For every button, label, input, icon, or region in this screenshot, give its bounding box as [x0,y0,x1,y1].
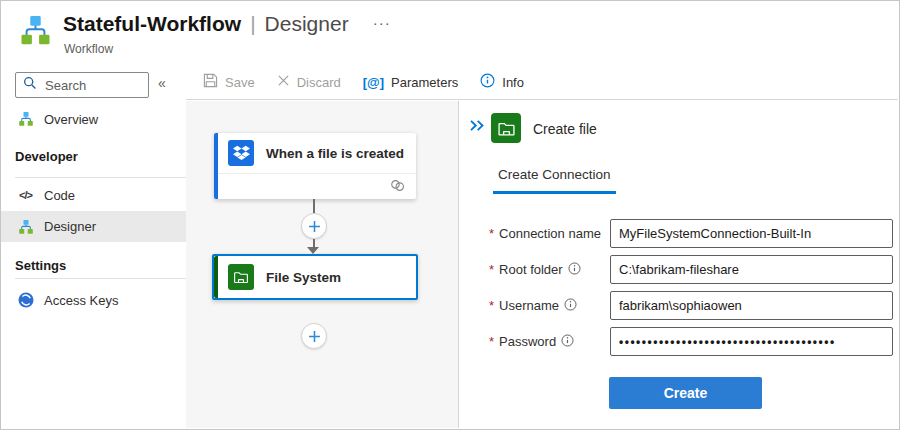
file-system-icon [228,264,254,290]
sidebar-section-developer: Developer [15,149,78,164]
info-label: Info [502,75,524,90]
action-card[interactable]: File System [212,254,418,300]
dropbox-icon [228,140,254,166]
page-title: Stateful-Workflow [63,12,241,35]
title-separator: | [250,12,255,35]
action-accent-bar [214,256,218,298]
save-button[interactable]: Save [192,65,266,99]
sidebar-item-label: Code [44,188,75,203]
command-bar: Save Discard [@] Parameters Info [186,65,898,100]
field-label: Password [499,334,556,349]
discard-label: Discard [297,75,341,90]
resource-type-label: Workflow [64,42,113,56]
sidebar-item-access-keys[interactable]: Access Keys [1,285,186,315]
info-button[interactable]: Info [469,65,535,99]
collapse-sidebar-icon[interactable]: « [158,75,166,91]
trigger-card[interactable]: When a file is created [214,133,416,199]
more-menu-icon[interactable]: ··· [373,14,391,31]
field-label: Root folder [499,262,563,277]
action-details-panel: Create file Create Connection * Connecti… [458,101,898,428]
workflow-icon [17,111,34,127]
save-label: Save [225,75,255,90]
collapse-panel-icon[interactable] [469,118,485,136]
workflow-canvas: When a file is created [186,101,458,428]
parameters-icon: [@] [363,75,384,90]
connector-arrow [307,247,319,254]
workflow-icon [17,219,34,235]
save-icon [203,73,218,91]
form-row: * Username [459,291,898,320]
sidebar-item-overview[interactable]: Overview [1,104,186,134]
action-card-title: File System [266,270,341,285]
connector-line [313,199,315,213]
sidebar: « Overview Developer </> Code [1,65,186,428]
password-info-icon[interactable] [561,334,574,350]
workflow-icon [19,14,52,51]
connector-line [313,239,315,247]
tab-label: Create Connection [498,167,611,182]
password-input[interactable] [610,327,893,356]
trigger-card-title: When a file is created [266,146,404,161]
connection-reference-icon[interactable] [389,178,406,196]
sidebar-item-code[interactable]: </> Code [1,180,186,210]
root-folder-label: * Root folder [489,255,607,284]
search-icon [23,76,37,94]
required-asterisk: * [489,262,494,277]
connection-name-input[interactable] [610,219,893,248]
divider [15,278,186,279]
file-system-icon [491,113,521,143]
field-label: Connection name [499,226,601,241]
password-label: * Password [489,327,607,356]
required-asterisk: * [489,226,494,241]
discard-icon [277,74,290,90]
add-step-button[interactable] [301,323,327,349]
page-view-name: Designer [265,12,349,35]
page-title-row: Stateful-Workflow|Designer··· [63,12,391,36]
search-input[interactable] [43,77,139,94]
sidebar-item-label: Access Keys [44,293,118,308]
root-folder-info-icon[interactable] [568,262,581,278]
discard-button[interactable]: Discard [266,65,352,99]
username-label: * Username [489,291,607,320]
form-row: * Password [459,327,898,356]
divider [15,177,186,178]
required-asterisk: * [489,334,494,349]
form-row: * Root folder [459,255,898,284]
parameters-label: Parameters [391,75,458,90]
sidebar-item-label: Designer [44,219,96,234]
username-info-icon[interactable] [564,298,577,314]
sidebar-item-label: Overview [44,112,98,127]
parameters-button[interactable]: [@] Parameters [352,65,470,99]
create-button[interactable]: Create [609,377,762,409]
field-label: Username [499,298,559,313]
username-input[interactable] [610,291,893,320]
access-keys-icon [17,292,34,308]
trigger-accent-bar [214,133,218,199]
info-icon [480,73,495,91]
required-asterisk: * [489,298,494,313]
insert-step-button[interactable] [301,213,327,239]
code-icon: </> [17,189,34,201]
panel-title: Create file [533,121,597,137]
sidebar-item-designer[interactable]: Designer [1,211,186,242]
root-folder-input[interactable] [610,255,893,284]
sidebar-section-settings: Settings [15,258,66,273]
connection-name-label: * Connection name [489,219,607,248]
form-row: * Connection name [459,219,898,248]
tab-create-connection[interactable]: Create Connection [493,167,616,194]
search-box [15,72,149,98]
app-window: Stateful-Workflow|Designer··· Workflow «… [0,0,900,430]
